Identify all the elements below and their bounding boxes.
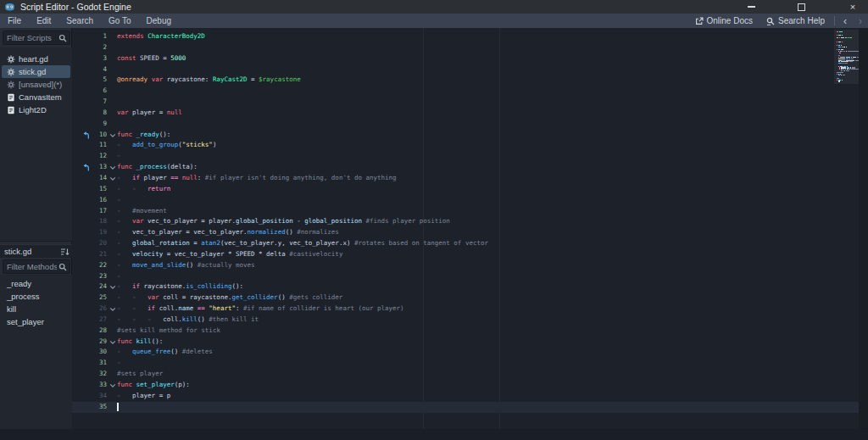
code-line[interactable]: »»»coll.kill() #then kill it	[117, 315, 259, 326]
sort-methods-icon[interactable]	[60, 248, 70, 256]
code-line[interactable]: const SPEED = 5000	[117, 53, 186, 64]
fold-arrow-icon[interactable]	[109, 339, 116, 346]
line-number[interactable]: 13	[79, 162, 107, 173]
code-line-row[interactable]: 15»»return	[72, 184, 859, 195]
code-line[interactable]: »	[117, 195, 132, 206]
online-docs-button[interactable]: Online Docs	[688, 16, 760, 25]
line-number[interactable]: 23	[79, 271, 107, 282]
code-line-row[interactable]: 3const SPEED = 5000	[72, 53, 859, 64]
code-line[interactable]: #sets kill method for stick	[117, 326, 220, 337]
code-line[interactable]: @onready var raycastone: RayCast2D = $ra…	[117, 75, 301, 86]
line-number[interactable]: 31	[79, 358, 107, 369]
line-number[interactable]: 10	[79, 130, 107, 141]
filter-methods-input[interactable]	[3, 262, 58, 271]
menu-go-to[interactable]: Go To	[101, 14, 139, 28]
line-number[interactable]: 24	[79, 281, 107, 292]
code-line-row[interactable]: 29func kill():	[72, 337, 859, 348]
code-line-row[interactable]: 14»if player == null: #if player isn't d…	[72, 173, 859, 184]
close-button-icon[interactable]: ×	[847, 1, 859, 13]
code-line-row[interactable]: 16»	[72, 195, 859, 206]
fold-arrow-icon[interactable]	[109, 284, 116, 291]
script-item--unsaved-[interactable]: [unsaved](*)	[2, 78, 70, 91]
fold-arrow-icon[interactable]	[109, 306, 116, 313]
code-line-row[interactable]: 13func _process(delta):	[72, 162, 859, 173]
line-number[interactable]: 9	[79, 119, 107, 130]
code-line-row[interactable]: 26»»if coll.name == "heart": #if name of…	[72, 304, 859, 315]
fold-arrow-icon[interactable]	[109, 175, 116, 182]
line-number[interactable]: 1	[79, 31, 107, 42]
line-number[interactable]: 35	[79, 402, 107, 413]
script-item-heart-gd[interactable]: heart.gd	[2, 53, 70, 65]
line-number[interactable]: 15	[79, 184, 107, 195]
code-line-row[interactable]: 18»var vec_to_player = player.global_pos…	[72, 216, 859, 227]
line-number[interactable]: 22	[79, 260, 107, 271]
line-number[interactable]: 18	[79, 216, 107, 227]
line-number[interactable]: 33	[79, 380, 107, 391]
menu-edit[interactable]: Edit	[29, 14, 58, 28]
code-line-row[interactable]: 25»»var coll = raycastone.get_collider()…	[72, 292, 859, 304]
code-line-row[interactable]: 28#sets kill method for stick	[72, 326, 859, 337]
line-number[interactable]: 29	[79, 337, 107, 348]
code-line-row[interactable]: 21»velocity = vec_to_player * SPEED * de…	[72, 249, 859, 260]
code-line-row[interactable]: 2	[72, 42, 859, 53]
code-line-row[interactable]: 34»player = p	[72, 391, 859, 402]
line-number[interactable]: 14	[79, 173, 107, 184]
code-line-row[interactable]: 27»»»coll.kill() #then kill it	[72, 315, 859, 326]
method-item-process[interactable]: _process	[2, 290, 70, 303]
code-line[interactable]: »add_to_group("sticks")	[117, 140, 216, 151]
fold-arrow-icon[interactable]	[109, 132, 116, 139]
method-item-kill[interactable]: kill	[2, 303, 70, 315]
code-line[interactable]: »»var coll = raycastone.get_collider() #…	[117, 292, 342, 304]
code-line[interactable]: »var vec_to_player = player.global_posit…	[117, 216, 450, 227]
menu-search[interactable]: Search	[58, 14, 101, 28]
code-line-row[interactable]: 6	[72, 86, 859, 97]
code-line-row[interactable]: 8var player = null	[72, 108, 859, 119]
code-line[interactable]: »queue_free() #deletes	[117, 347, 213, 358]
code-line[interactable]: var player = null	[117, 108, 182, 119]
line-number[interactable]: 30	[79, 347, 107, 358]
code-line[interactable]: »velocity = vec_to_player * SPEED * delt…	[117, 249, 342, 260]
history-back-button[interactable]: ‹	[837, 14, 853, 28]
code-line-row[interactable]: 30»queue_free() #deletes	[72, 347, 859, 358]
menu-debug[interactable]: Debug	[139, 14, 179, 28]
line-number[interactable]: 3	[79, 53, 107, 64]
code-line[interactable]: »	[117, 358, 132, 369]
code-line-row[interactable]: 19»vec_to_player = vec_to_player.normali…	[72, 227, 859, 238]
line-number[interactable]: 11	[79, 140, 107, 151]
history-forward-button[interactable]: ›	[853, 14, 868, 28]
line-number[interactable]: 26	[79, 304, 107, 315]
filter-scripts-input[interactable]	[3, 33, 58, 42]
line-number[interactable]: 6	[79, 86, 107, 97]
minimap[interactable]	[834, 28, 859, 429]
script-item-stick-gd[interactable]: stick.gd	[2, 65, 70, 78]
line-number[interactable]: 25	[79, 292, 107, 304]
code-line[interactable]: func _process(delta):	[117, 162, 198, 173]
script-item-canvasitem[interactable]: CanvasItem	[2, 91, 70, 103]
code-line[interactable]: func _ready():	[117, 130, 170, 141]
code-line-row[interactable]: 17»#movement	[72, 206, 859, 217]
code-editor[interactable]: 1extends CharacterBody2D23const SPEED = …	[72, 28, 868, 429]
line-number[interactable]: 27	[79, 315, 107, 326]
method-item-set_player[interactable]: set_player	[2, 315, 70, 328]
code-line-row[interactable]: 1extends CharacterBody2D	[72, 31, 859, 42]
line-number[interactable]: 16	[79, 195, 107, 206]
code-line[interactable]: »#movement	[117, 206, 167, 217]
script-item-light2d[interactable]: Light2D	[2, 103, 70, 116]
code-line-row[interactable]: 20»global_rotation = atan2(vec_to_player…	[72, 238, 859, 249]
menu-file[interactable]: File	[0, 14, 29, 28]
line-number[interactable]: 17	[79, 206, 107, 217]
fold-arrow-icon[interactable]	[109, 164, 116, 171]
code-line-row[interactable]: 12»	[72, 151, 859, 162]
line-number[interactable]: 21	[79, 249, 107, 260]
line-number[interactable]: 2	[79, 42, 107, 53]
code-line[interactable]: »if player == null: #if player isn't doi…	[117, 173, 397, 184]
line-number[interactable]: 28	[79, 326, 107, 337]
code-line[interactable]: »player = p	[117, 391, 170, 402]
code-line-row[interactable]: 23»	[72, 271, 859, 282]
code-line[interactable]: »if raycastone.is_colliding():	[117, 281, 243, 292]
code-line-row[interactable]: 22»move_and_slide() #actually moves	[72, 260, 859, 271]
line-number[interactable]: 8	[79, 108, 107, 119]
code-line[interactable]: »move_and_slide() #actually moves	[117, 260, 255, 271]
code-line[interactable]: »	[117, 271, 132, 282]
code-line[interactable]: func set_player(p):	[117, 380, 190, 391]
